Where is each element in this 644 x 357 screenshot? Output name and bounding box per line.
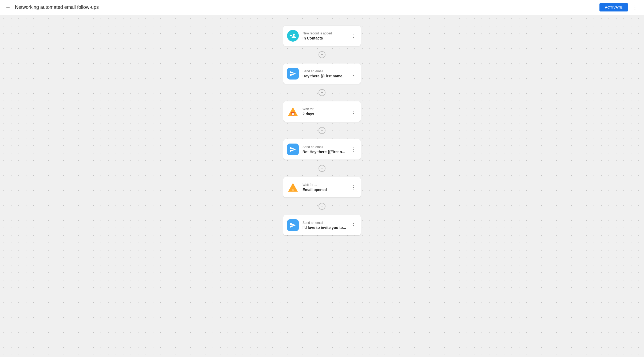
back-icon: ← [5,4,11,10]
wait-email-icon: ✉ [287,181,299,193]
step-email-2-label: Send an email [303,145,346,149]
add-step-button-5[interactable]: + [319,203,325,210]
send-email-icon-2 [287,144,299,155]
step-wait-2-menu[interactable]: ⋮ [350,183,357,191]
step-email-1-value: Hey there {{First name... [303,74,346,78]
step-wait-1[interactable]: ⏰ Wait for ... 2 days ⋮ [283,101,361,122]
wait-icon-1: ⏰ [287,106,299,117]
step-trigger-menu[interactable]: ⋮ [350,32,357,40]
connector-2: + [319,84,325,101]
step-email-3-menu[interactable]: ⋮ [350,221,357,229]
flow-canvas: New record is added In Contacts ⋮ + Send… [0,15,644,357]
step-email-1-label: Send an email [303,69,346,73]
connector-5: + [319,197,325,215]
automation-flow: New record is added In Contacts ⋮ + Send… [282,26,362,336]
connector-line-bottom [322,172,322,177]
step-email-2-value: Re: Hey there {{First n... [303,150,346,154]
header: ← Networking automated email follow-ups … [0,0,644,15]
step-trigger[interactable]: New record is added In Contacts ⋮ [283,26,361,46]
connector-line [322,160,322,165]
step-email-3-label: Send an email [303,221,346,225]
connector-bottom [322,235,322,243]
connector-3: + [319,122,325,139]
step-trigger-label: New record is added [303,31,346,35]
step-wait-1-value: 2 days [303,112,346,116]
step-trigger-value: In Contacts [303,36,346,40]
step-email-1-menu[interactable]: ⋮ [350,70,357,78]
connector-line [322,84,322,89]
connector-line-bottom [322,134,322,139]
connector-line-bottom [322,58,322,64]
send-email-icon-1 [287,68,299,80]
step-email-3-text: Send an email I'd love to invite you to.… [303,221,346,230]
page-title: Networking automated email follow-ups [15,5,99,10]
step-email-2-menu[interactable]: ⋮ [350,145,357,153]
step-email-3[interactable]: Send an email I'd love to invite you to.… [283,215,361,235]
step-trigger-text: New record is added In Contacts [303,31,346,40]
send-email-icon-3 [287,219,299,231]
connector-line [322,46,322,51]
step-email-1[interactable]: Send an email Hey there {{First name... … [283,64,361,84]
svg-text:✉: ✉ [292,188,294,192]
more-options-button[interactable]: ⋮ [630,3,640,12]
connector-line-tail [322,235,322,243]
step-email-2-text: Send an email Re: Hey there {{First n... [303,145,346,154]
add-step-button-4[interactable]: + [319,165,325,172]
add-step-button-2[interactable]: + [319,89,325,96]
step-email-1-text: Send an email Hey there {{First name... [303,69,346,78]
contact-icon [287,30,299,42]
connector-4: + [319,160,325,177]
step-wait-2-value: Email opened [303,188,346,192]
connector-1: + [319,46,325,64]
step-email-3-value: I'd love to invite you to... [303,225,346,230]
connector-line [322,197,322,203]
connector-line [322,122,322,127]
step-wait-1-text: Wait for ... 2 days [303,107,346,116]
step-wait-2-label: Wait for ... [303,183,346,187]
add-step-button-3[interactable]: + [319,127,325,134]
back-button[interactable]: ← [4,3,12,11]
step-wait-2[interactable]: ✉ Wait for ... Email opened ⋮ [283,177,361,197]
step-email-2[interactable]: Send an email Re: Hey there {{First n...… [283,139,361,160]
connector-line-bottom [322,210,322,215]
add-step-button-1[interactable]: + [319,51,325,58]
activate-button[interactable]: ACTIVATE [599,3,628,11]
connector-line-bottom [322,96,322,101]
header-right: ACTIVATE ⋮ [599,3,640,12]
step-wait-1-label: Wait for ... [303,107,346,111]
svg-text:⏰: ⏰ [291,112,295,116]
step-wait-1-menu[interactable]: ⋮ [350,108,357,116]
step-wait-2-text: Wait for ... Email opened [303,183,346,192]
header-left: ← Networking automated email follow-ups [4,3,99,11]
